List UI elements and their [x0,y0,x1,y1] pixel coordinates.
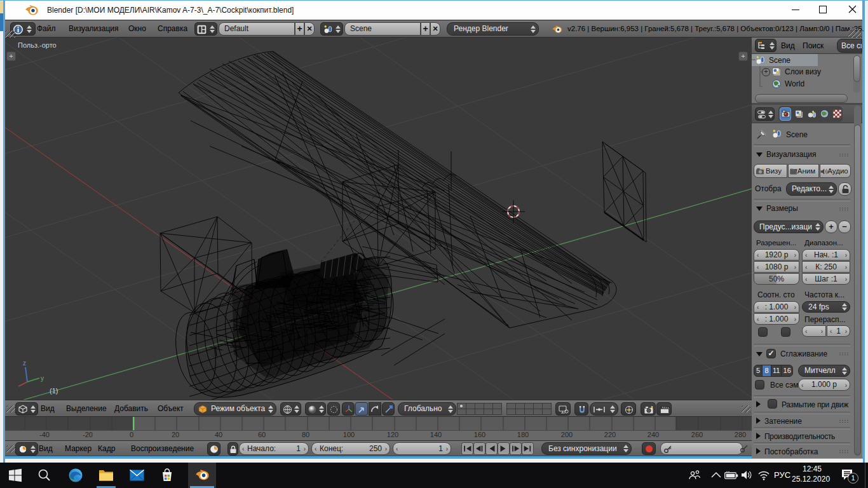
svg-text:y: y [41,375,44,382]
svg-text:z: z [23,360,26,367]
